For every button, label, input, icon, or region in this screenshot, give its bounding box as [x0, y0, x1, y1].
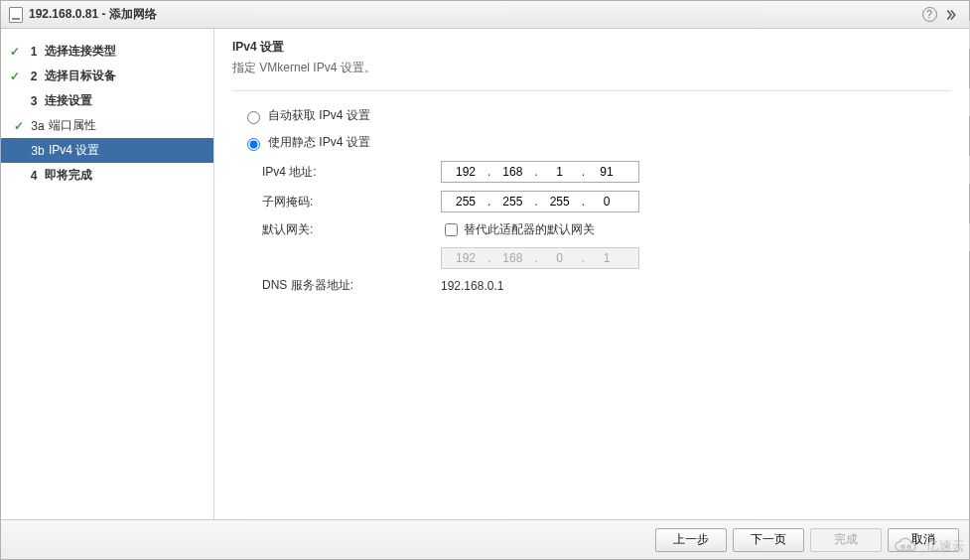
- check-icon: ✓: [11, 119, 27, 133]
- nav-step-3b[interactable]: 3b IPv4 设置: [1, 138, 213, 163]
- mask-oct1[interactable]: [446, 194, 485, 210]
- row-subnet-mask: 子网掩码: . . .: [262, 191, 951, 212]
- subnet-mask-input[interactable]: . . .: [441, 191, 639, 212]
- ipv4-oct1[interactable]: [446, 164, 485, 180]
- page-subheading: 指定 VMkernel IPv4 设置。: [232, 60, 951, 76]
- override-gateway-label: 替代此适配器的默认网关: [464, 221, 595, 238]
- nav-step-1[interactable]: ✓ 1 选择连接类型: [1, 39, 213, 64]
- dns-label: DNS 服务器地址:: [262, 277, 441, 294]
- row-ipv4-address: IPv4 地址: . . .: [262, 161, 951, 183]
- finish-button: 完成: [810, 528, 882, 552]
- radio-static-input[interactable]: [247, 138, 260, 151]
- override-gateway-row: 替代此适配器的默认网关: [441, 220, 595, 239]
- back-button[interactable]: 上一步: [655, 528, 727, 552]
- expand-button[interactable]: [941, 5, 961, 25]
- mask-oct4[interactable]: [587, 194, 626, 210]
- radio-static-ipv4[interactable]: 使用静态 IPv4 设置: [242, 134, 951, 151]
- mask-oct2[interactable]: [492, 194, 532, 210]
- dialog-footer: 上一步 下一页 完成 取消: [1, 519, 969, 559]
- row-dns: DNS 服务器地址: 192.168.0.1: [262, 277, 951, 294]
- host-icon: [9, 7, 23, 23]
- ipv4-oct2[interactable]: [492, 164, 532, 180]
- page-heading: IPv4 设置: [232, 39, 951, 56]
- cancel-button[interactable]: 取消: [888, 528, 959, 552]
- check-icon: ✓: [7, 45, 23, 59]
- check-icon: ✓: [7, 70, 23, 83]
- titlebar: 192.168.0.81 - 添加网络 ?: [1, 1, 969, 29]
- mask-oct3[interactable]: [540, 194, 580, 210]
- subnet-mask-label: 子网掩码:: [262, 194, 441, 210]
- override-gateway-checkbox[interactable]: [445, 223, 458, 236]
- divider: [232, 90, 951, 91]
- nav-step-3a[interactable]: ✓ 3a 端口属性: [1, 113, 213, 138]
- radio-static-label: 使用静态 IPv4 设置: [268, 134, 370, 151]
- nav-step-2[interactable]: ✓ 2 选择目标设备: [1, 64, 213, 88]
- wizard-nav: ✓ 1 选择连接类型 ✓ 2 选择目标设备 3 连接设置 ✓ 3a 端口属性: [1, 29, 214, 519]
- chevrons-right-icon: [945, 9, 957, 21]
- row-gateway-value: . . .: [262, 247, 951, 269]
- dns-value: 192.168.0.1: [441, 279, 503, 293]
- dialog-body: ✓ 1 选择连接类型 ✓ 2 选择目标设备 3 连接设置 ✓ 3a 端口属性: [1, 29, 969, 519]
- radio-auto-ipv4[interactable]: 自动获取 IPv4 设置: [242, 107, 951, 124]
- nav-step-4[interactable]: 4 即将完成: [1, 163, 213, 188]
- default-gateway-label: 默认网关:: [262, 221, 441, 238]
- help-icon: ?: [922, 7, 937, 22]
- radio-auto-label: 自动获取 IPv4 设置: [268, 107, 370, 124]
- ipv4-address-label: IPv4 地址:: [262, 164, 441, 181]
- static-ipv4-form: IPv4 地址: . . . 子网掩码: . . .: [262, 161, 951, 294]
- gw-oct3: [540, 250, 580, 266]
- gw-oct4: [587, 250, 626, 266]
- gw-oct1: [446, 250, 485, 266]
- gw-oct2: [492, 250, 532, 266]
- row-default-gateway: 默认网关: 替代此适配器的默认网关: [262, 220, 951, 239]
- ipv4-address-input[interactable]: . . .: [441, 161, 639, 183]
- next-button[interactable]: 下一页: [733, 528, 804, 552]
- gateway-input: . . .: [441, 247, 639, 269]
- dialog-title: 192.168.0.81 - 添加网络: [29, 6, 157, 23]
- radio-auto-input[interactable]: [247, 111, 260, 124]
- add-network-dialog: 192.168.0.81 - 添加网络 ? ✓ 1 选择连接类型 ✓ 2 选择目…: [0, 0, 970, 560]
- nav-step-3[interactable]: 3 连接设置: [1, 88, 213, 113]
- ipv4-oct3[interactable]: [540, 164, 580, 180]
- help-button[interactable]: ?: [919, 5, 939, 25]
- wizard-content: IPv4 设置 指定 VMkernel IPv4 设置。 自动获取 IPv4 设…: [214, 29, 969, 519]
- ipv4-oct4[interactable]: [587, 164, 626, 180]
